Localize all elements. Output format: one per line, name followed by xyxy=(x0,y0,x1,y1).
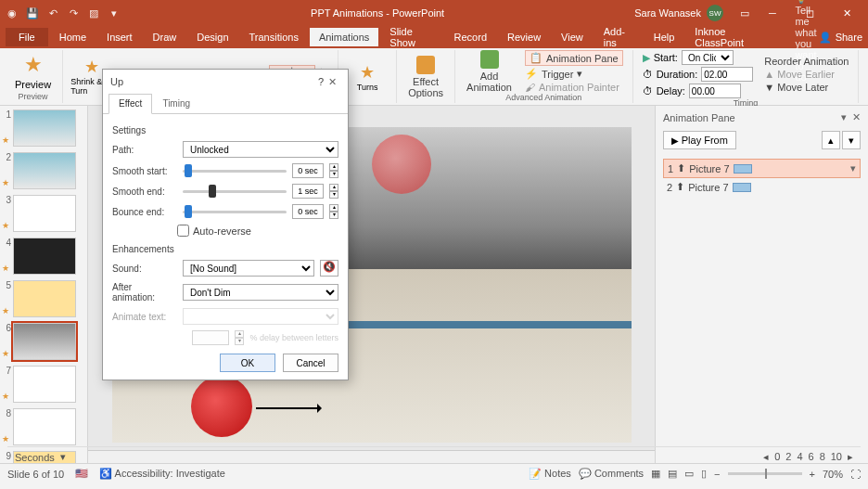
smooth-end-value[interactable]: 1 sec xyxy=(292,184,324,199)
tab-inknoe[interactable]: Inknoe ClassPoint xyxy=(685,22,774,52)
thumb-3[interactable] xyxy=(13,195,76,232)
anim-turns[interactable]: ★Turns xyxy=(344,60,390,94)
zoom-out-button[interactable]: − xyxy=(714,469,720,480)
zoom-slider[interactable] xyxy=(728,472,802,475)
tab-slideshow[interactable]: Slide Show xyxy=(380,22,442,52)
zoom-in-button[interactable]: + xyxy=(810,469,815,480)
thumb-2[interactable] xyxy=(13,152,76,189)
thumb-1[interactable] xyxy=(13,109,76,147)
thumb-6[interactable] xyxy=(13,323,76,360)
spinner[interactable]: ▴▾ xyxy=(329,163,338,178)
more-icon[interactable]: ▾ xyxy=(108,6,121,19)
ball-shape-bottom[interactable] xyxy=(191,376,252,437)
pane-close-icon[interactable]: ✕ xyxy=(852,111,861,123)
animation-pane-button[interactable]: 📋 Animation Pane xyxy=(525,50,623,66)
fit-to-window-button[interactable]: ⛶ xyxy=(850,469,861,480)
user-name: Sara Wanasek xyxy=(634,7,701,19)
zoom-value[interactable]: 70% xyxy=(823,469,843,480)
tab-help[interactable]: Help xyxy=(645,28,684,46)
tab-addins[interactable]: Add-ins xyxy=(594,22,643,52)
smooth-start-value[interactable]: 0 sec xyxy=(292,163,324,178)
minimize-button[interactable]: ─ xyxy=(757,3,788,23)
delay-input[interactable] xyxy=(689,84,741,98)
slide-thumbnails[interactable]: 1★ 2★ 3★ 4★ 5★ 6★ 7★ 8★ 9 xyxy=(0,106,88,463)
tab-animations[interactable]: Animations xyxy=(310,28,378,46)
sound-preview-button[interactable]: 🔇 xyxy=(320,260,338,277)
ball-shape-top[interactable] xyxy=(372,135,431,194)
anim-item-2[interactable]: 2 ⬆ Picture 7 xyxy=(663,178,861,196)
star-icon: ★ xyxy=(84,57,99,77)
cancel-button[interactable]: Cancel xyxy=(283,354,338,372)
accessibility-button[interactable]: ♿ Accessibility: Investigate xyxy=(99,468,225,480)
ribbon-options-icon[interactable]: ▭ xyxy=(738,6,751,19)
save-icon[interactable]: 💾 xyxy=(26,6,39,19)
tick-nav[interactable]: ▸ xyxy=(848,451,853,463)
auto-reverse-checkbox[interactable] xyxy=(177,225,189,237)
view-normal-icon[interactable]: ▦ xyxy=(651,468,660,480)
move-up-button[interactable]: ▴ xyxy=(822,131,840,149)
duration-input[interactable] xyxy=(701,67,753,82)
path-select[interactable]: Unlocked xyxy=(183,141,338,158)
notes-button[interactable]: 📝 Notes xyxy=(529,468,571,480)
item-dropdown-icon[interactable]: ▾ xyxy=(850,162,856,174)
close-button[interactable]: ✕ xyxy=(831,3,862,23)
motion-path-arrow[interactable] xyxy=(256,407,321,409)
after-animation-select[interactable]: Don't Dim xyxy=(183,284,338,301)
preview-star-icon: ★ xyxy=(24,53,43,77)
effect-options-button[interactable]: Effect Options xyxy=(402,56,449,98)
dialog-tab-timing[interactable]: Timing xyxy=(152,94,200,113)
view-reading-icon[interactable]: ▭ xyxy=(684,468,694,480)
thumb-7[interactable] xyxy=(13,366,76,403)
tab-draw[interactable]: Draw xyxy=(144,28,186,46)
tick-nav[interactable]: ◂ xyxy=(763,451,769,463)
tab-file[interactable]: File xyxy=(6,28,48,46)
view-slideshow-icon[interactable]: ▯ xyxy=(701,468,707,480)
bounce-end-value[interactable]: 0 sec xyxy=(292,204,324,219)
bounce-end-slider[interactable] xyxy=(183,204,287,219)
slide-counter: Slide 6 of 10 xyxy=(7,469,64,480)
share-button[interactable]: 👤 Share xyxy=(819,32,862,44)
move-earlier-button[interactable]: ▲ Move Earlier xyxy=(764,69,849,80)
add-animation-button[interactable]: Add Animation xyxy=(461,50,517,93)
ok-button[interactable]: OK xyxy=(220,354,275,372)
chevron-down-icon[interactable]: ▾ xyxy=(60,451,66,463)
tab-home[interactable]: Home xyxy=(50,28,96,46)
spinner[interactable]: ▴▾ xyxy=(329,184,338,199)
autosave-icon[interactable]: ◉ xyxy=(6,6,19,19)
language-indicator[interactable]: 🇺🇸 xyxy=(75,468,88,480)
dialog-tab-effect[interactable]: Effect xyxy=(108,94,152,114)
sound-select[interactable]: [No Sound] xyxy=(183,260,314,277)
tab-insert[interactable]: Insert xyxy=(97,28,142,46)
ribbon-tabs: File Home Insert Draw Design Transitions… xyxy=(0,26,868,48)
thumb-8[interactable] xyxy=(13,408,76,445)
thumb-4[interactable] xyxy=(13,238,76,275)
spinner[interactable]: ▴▾ xyxy=(329,204,338,219)
pane-dropdown-icon[interactable]: ▾ xyxy=(841,111,847,123)
play-from-button[interactable]: ▶ Play From xyxy=(663,131,736,149)
comments-button[interactable]: 💬 Comments xyxy=(579,468,644,480)
dialog-close-button[interactable]: ✕ xyxy=(324,76,340,88)
animation-painter-button[interactable]: 🖌 Animation Painter xyxy=(525,82,623,93)
motion-icon: ⬆ xyxy=(676,181,684,193)
thumb-5[interactable] xyxy=(13,280,76,317)
preview-button[interactable]: ★ Preview xyxy=(9,51,57,92)
tab-view[interactable]: View xyxy=(552,28,593,46)
smooth-start-slider[interactable] xyxy=(183,163,287,178)
tab-transitions[interactable]: Transitions xyxy=(240,28,308,46)
trigger-button[interactable]: ⚡ Trigger ▾ xyxy=(525,68,623,80)
undo-icon[interactable]: ↶ xyxy=(46,6,59,19)
anim-item-1[interactable]: 1 ⬆ Picture 7 ▾ xyxy=(663,159,861,178)
tab-design[interactable]: Design xyxy=(187,28,237,46)
smooth-end-slider[interactable] xyxy=(183,184,287,199)
tab-review[interactable]: Review xyxy=(498,28,550,46)
tab-record[interactable]: Record xyxy=(445,28,496,46)
start-select[interactable]: On Click xyxy=(682,50,734,65)
play-icon: ▶ xyxy=(643,52,650,64)
move-down-button[interactable]: ▾ xyxy=(842,131,861,149)
slideshow-icon[interactable]: ▨ xyxy=(87,6,100,19)
view-sorter-icon[interactable]: ▤ xyxy=(668,468,677,480)
user-account[interactable]: Sara Wanasek SW xyxy=(634,5,723,21)
effect-options-dialog: Up ? ✕ Effect Timing Settings Path: Unlo… xyxy=(102,69,349,380)
redo-icon[interactable]: ↷ xyxy=(67,6,80,19)
move-later-button[interactable]: ▼ Move Later xyxy=(764,82,849,93)
